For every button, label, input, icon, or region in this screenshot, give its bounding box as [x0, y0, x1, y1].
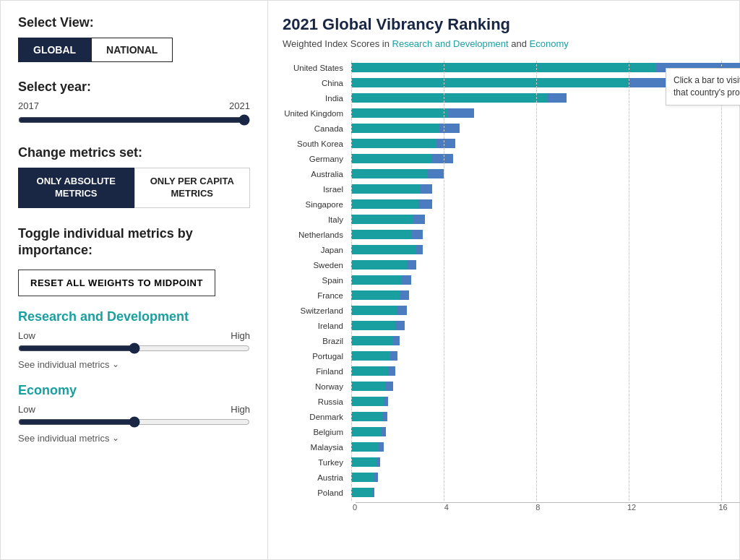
table-row[interactable] — [351, 410, 740, 423]
rd-bar — [351, 412, 382, 421]
table-row[interactable] — [351, 273, 740, 287]
table-row[interactable] — [351, 349, 740, 363]
per-capita-metrics-button[interactable]: ONLY PER CAPITAMETRICS — [134, 168, 251, 208]
table-row[interactable] — [351, 197, 740, 211]
y-label: Turkey — [283, 456, 347, 470]
eco-bar — [416, 245, 423, 254]
y-label: Belgium — [283, 426, 347, 439]
y-label: Poland — [283, 486, 347, 500]
y-label: Italy — [283, 213, 347, 227]
table-row[interactable] — [351, 440, 740, 454]
year-slider-container — [18, 114, 250, 128]
table-row[interactable] — [351, 137, 740, 150]
table-row[interactable] — [351, 303, 740, 317]
absolute-metrics-button[interactable]: ONLY ABSOLUTEMETRICS — [18, 168, 134, 208]
eco-bar — [397, 306, 407, 315]
table-row[interactable] — [351, 167, 740, 181]
eco-chevron-icon: ⌄ — [112, 433, 119, 443]
table-row[interactable] — [351, 455, 740, 469]
table-row[interactable] — [351, 425, 740, 439]
eco-bar — [411, 230, 423, 239]
y-label: Norway — [283, 380, 347, 394]
toggle-label: Toggle individual metrics by importance: — [18, 225, 250, 259]
y-label: Malaysia — [283, 441, 347, 455]
rd-bar — [351, 154, 432, 163]
rd-bar — [351, 108, 448, 118]
rd-bar — [351, 290, 400, 300]
x-axis-label: 12 — [627, 503, 636, 512]
table-row[interactable] — [351, 364, 740, 378]
select-year-label: Select year: — [18, 79, 250, 95]
table-row[interactable] — [351, 152, 740, 165]
eco-weight-slider[interactable] — [18, 416, 250, 428]
chart-area: United StatesChinaIndiaUnited KingdomCan… — [283, 61, 740, 515]
year-max: 2021 — [229, 100, 250, 111]
eco-bar — [448, 108, 473, 118]
chart-title: 2021 Global Vibrancy Ranking — [283, 15, 740, 34]
metrics-buttons: ONLY ABSOLUTEMETRICS ONLY PER CAPITAMETR… — [18, 168, 250, 208]
eco-bar — [428, 169, 444, 178]
table-row[interactable] — [351, 121, 740, 135]
table-row[interactable] — [351, 212, 740, 226]
eco-subtitle-link[interactable]: Economy — [530, 38, 569, 49]
y-label: United Kingdom — [283, 107, 347, 121]
y-label: South Korea — [283, 137, 347, 151]
bars-container — [351, 61, 740, 499]
table-row[interactable] — [351, 334, 740, 348]
select-view-label: Select View: — [18, 15, 250, 30]
rd-bar — [351, 78, 629, 87]
eco-bar — [372, 488, 374, 497]
eco-bar — [393, 336, 400, 345]
rd-bar — [351, 275, 402, 285]
table-row[interactable] — [351, 470, 740, 484]
y-label: Spain — [283, 274, 347, 288]
rd-weight-slider[interactable] — [18, 343, 250, 354]
national-view-button[interactable]: NATIONAL — [91, 38, 173, 62]
eco-bar — [384, 397, 388, 406]
x-axis-label: 4 — [444, 503, 449, 512]
table-row[interactable] — [351, 319, 740, 332]
y-label: Portugal — [283, 350, 347, 363]
eco-bar — [386, 382, 393, 391]
rd-bar — [351, 93, 548, 103]
global-view-button[interactable]: GLOBAL — [18, 38, 91, 62]
year-min: 2017 — [18, 100, 39, 111]
rd-bar — [351, 184, 421, 194]
table-row[interactable] — [351, 182, 740, 196]
rd-bar — [351, 199, 418, 209]
y-label: Switzerland — [283, 304, 347, 318]
y-label: Finland — [283, 365, 347, 379]
year-slider[interactable] — [18, 114, 250, 126]
eco-bar — [388, 366, 395, 376]
table-row[interactable] — [351, 486, 740, 499]
economy-category-title: Economy — [18, 383, 250, 398]
eco-bar — [432, 154, 453, 163]
table-row[interactable] — [351, 228, 740, 241]
year-range: 2017 2021 — [18, 100, 250, 111]
rd-low-label: Low — [18, 330, 35, 341]
table-row[interactable] — [351, 106, 740, 120]
table-row[interactable] — [351, 258, 740, 272]
reset-weights-button[interactable]: RESET ALL WEIGHTS TO MIDPOINT — [18, 270, 215, 296]
eco-bar — [413, 215, 425, 224]
rd-bar — [351, 230, 411, 239]
rd-high-label: High — [231, 330, 250, 341]
table-row[interactable] — [351, 243, 740, 257]
eco-bar — [382, 412, 387, 421]
table-row[interactable] — [351, 288, 740, 302]
y-label: Sweden — [283, 259, 347, 272]
chart-wrapper: United StatesChinaIndiaUnited KingdomCan… — [283, 61, 740, 501]
y-label: Singapore — [283, 198, 347, 212]
rd-subtitle-link[interactable]: Research and Development — [392, 38, 509, 49]
x-axis-label: 8 — [535, 503, 540, 512]
rd-bar — [351, 321, 395, 330]
rd-bar — [351, 473, 374, 482]
eco-see-metrics[interactable]: See individual metrics ⌄ — [18, 433, 119, 444]
rd-bar — [351, 397, 384, 406]
table-row[interactable] — [351, 379, 740, 393]
rd-chevron-icon: ⌄ — [112, 359, 119, 369]
rd-see-metrics[interactable]: See individual metrics ⌄ — [18, 359, 119, 370]
y-label: Israel — [283, 183, 347, 197]
tooltip-text: Click a bar to visit that country's prof… — [674, 75, 740, 98]
table-row[interactable] — [351, 395, 740, 408]
